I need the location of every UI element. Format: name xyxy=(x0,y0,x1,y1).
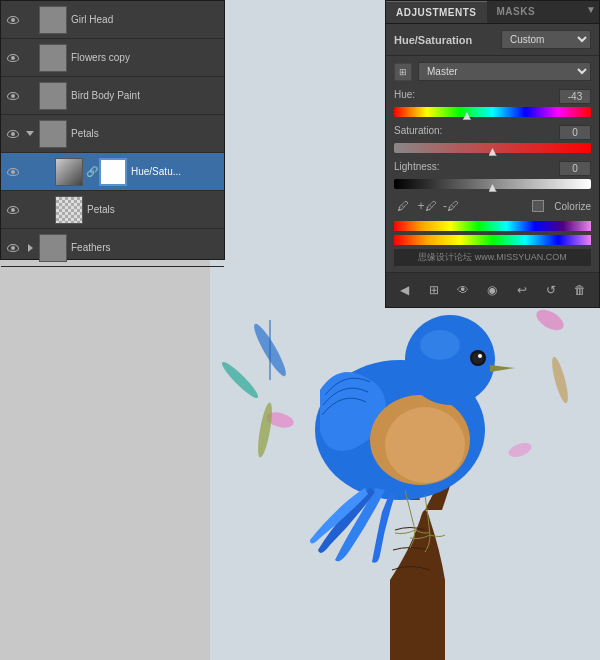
svg-point-31 xyxy=(420,330,460,360)
rainbow-bar xyxy=(394,221,591,231)
channel-row: ⊞ Master xyxy=(394,62,591,81)
tab-masks[interactable]: MASKS xyxy=(487,1,546,23)
add-to-sample-tool[interactable]: +🖊 xyxy=(418,197,436,215)
layer-mask-thumb-hue-sat xyxy=(99,158,127,186)
layer-eye-flowers-copy[interactable] xyxy=(5,50,21,66)
saturation-slider-row: Saturation: 0 xyxy=(394,125,591,153)
layer-eye-girl-head[interactable] xyxy=(5,12,21,28)
footer-grid-button[interactable]: ⊞ xyxy=(423,279,445,301)
layer-link-hue-sat: 🔗 xyxy=(87,164,97,180)
footer-eye2-button[interactable]: ◉ xyxy=(481,279,503,301)
layer-expand-feathers[interactable] xyxy=(23,241,37,255)
hue-thumb[interactable] xyxy=(463,112,471,120)
lightness-track[interactable] xyxy=(394,179,591,189)
hue-label: Hue: xyxy=(394,89,415,104)
layer-thumb-flowers-copy xyxy=(39,44,67,72)
layer-label-feathers: Feathers xyxy=(71,242,220,253)
layer-noexpand-bird-body-paint xyxy=(23,89,37,103)
layer-label-petals-sub: Petals xyxy=(87,204,220,215)
svg-point-33 xyxy=(472,352,484,364)
layer-thumb-petals xyxy=(39,120,67,148)
layer-row-bird-body-paint[interactable]: Bird Body Paint xyxy=(1,77,224,115)
colorize-checkbox[interactable] xyxy=(532,200,544,212)
layer-label-bird-body-paint: Bird Body Paint xyxy=(71,90,220,101)
adjustments-tabs: ADJUSTMENTS MASKS ▼ xyxy=(386,1,599,24)
layer-thumb-petals-sub xyxy=(55,196,83,224)
eyedropper-tool[interactable]: 🖊 xyxy=(394,197,412,215)
layer-eye-feathers[interactable] xyxy=(5,240,21,256)
layer-row-petals-sub[interactable]: Petals xyxy=(1,191,224,229)
saturation-track[interactable] xyxy=(394,143,591,153)
channel-icon: ⊞ xyxy=(394,63,412,81)
lightness-label: Lightness: xyxy=(394,161,440,176)
tab-adjustments[interactable]: ADJUSTMENTS xyxy=(386,1,487,23)
footer-back-button[interactable]: ◀ xyxy=(394,279,416,301)
layer-thumb-hue-sat xyxy=(55,158,83,186)
layer-noexpand-hue-sat xyxy=(23,165,37,179)
layer-row-feathers[interactable]: Feathers xyxy=(1,229,224,267)
layer-eye-hue-sat[interactable] xyxy=(5,164,21,180)
layer-row-petals[interactable]: Petals xyxy=(1,115,224,153)
layer-label-petals: Petals xyxy=(71,128,220,139)
layers-panel: Girl Head Flowers copy Bird Body Paint xyxy=(0,0,225,260)
lightness-thumb[interactable] xyxy=(489,184,497,192)
svg-point-29 xyxy=(385,407,465,483)
lightness-slider-row: Lightness: 0 xyxy=(394,161,591,189)
colorize-label: Colorize xyxy=(554,201,591,212)
footer-eye-button[interactable]: 👁 xyxy=(452,279,474,301)
saturation-label: Saturation: xyxy=(394,125,442,140)
layer-row-flowers-copy[interactable]: Flowers copy xyxy=(1,39,224,77)
saturation-value: 0 xyxy=(559,125,591,140)
tools-row: 🖊 +🖊 -🖊 Colorize xyxy=(394,197,591,215)
subtract-from-sample-tool[interactable]: -🖊 xyxy=(442,197,460,215)
rainbow-bar-2 xyxy=(394,235,591,245)
layer-noexpand-petals-sub xyxy=(23,203,37,217)
hue-value: -43 xyxy=(559,89,591,104)
layer-eye-bird-body-paint[interactable] xyxy=(5,88,21,104)
footer-refresh-button[interactable]: ↺ xyxy=(540,279,562,301)
layer-label-flowers-copy: Flowers copy xyxy=(71,52,220,63)
preset-select[interactable]: Custom xyxy=(501,30,591,49)
layer-thumb-girl-head xyxy=(39,6,67,34)
adj-body: ⊞ Master Hue: -43 Saturation: 0 xyxy=(386,56,599,272)
layer-row-hue-sat[interactable]: 🔗 Hue/Satu... xyxy=(1,153,224,191)
hue-track[interactable] xyxy=(394,107,591,117)
layer-row-girl-head[interactable]: Girl Head xyxy=(1,1,224,39)
adj-panel-title: Hue/Saturation xyxy=(394,34,472,46)
layer-noexpand-girl-head xyxy=(23,13,37,27)
layer-label-girl-head: Girl Head xyxy=(71,14,220,25)
watermark-text: 思缘设计论坛 www.MISSYUAN.COM xyxy=(394,249,591,266)
layer-eye-petals[interactable] xyxy=(5,126,21,142)
adj-footer: ◀ ⊞ 👁 ◉ ↩ ↺ 🗑 xyxy=(386,272,599,307)
footer-link-button[interactable]: ↩ xyxy=(511,279,533,301)
layer-noexpand-flowers-copy xyxy=(23,51,37,65)
layer-thumb-feathers xyxy=(39,234,67,262)
adjustments-panel: ADJUSTMENTS MASKS ▼ Hue/Saturation Custo… xyxy=(385,0,600,308)
layer-expand-petals[interactable] xyxy=(23,127,37,141)
layer-thumb-bird-body-paint xyxy=(39,82,67,110)
saturation-thumb[interactable] xyxy=(489,148,497,156)
footer-trash-button[interactable]: 🗑 xyxy=(569,279,591,301)
layer-label-hue-sat: Hue/Satu... xyxy=(131,166,220,177)
layer-eye-petals-sub[interactable] xyxy=(5,202,21,218)
hue-slider-row: Hue: -43 xyxy=(394,89,591,117)
lightness-value: 0 xyxy=(559,161,591,176)
adj-header: Hue/Saturation Custom xyxy=(386,24,599,56)
svg-point-34 xyxy=(478,354,482,358)
channel-select[interactable]: Master xyxy=(418,62,591,81)
panel-close-button[interactable]: ▼ xyxy=(583,1,599,17)
